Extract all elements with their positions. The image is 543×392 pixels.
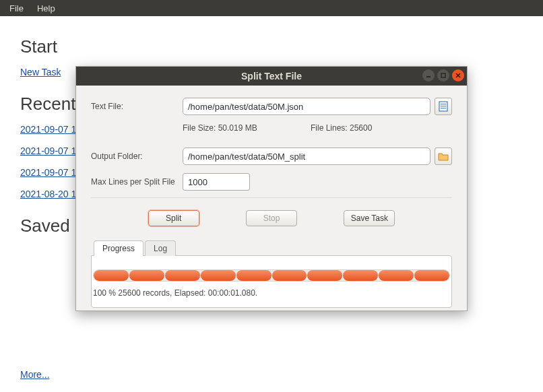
max-lines-label: Max Lines per Split File: [91, 177, 183, 187]
split-button[interactable]: Split: [148, 210, 199, 226]
tabbar: Progress Log: [91, 240, 452, 255]
text-file-label: Text File:: [91, 102, 183, 111]
dialog-body: Text File: File Size: 50.019 MB File Lin…: [76, 86, 467, 311]
text-file-input[interactable]: [183, 98, 430, 115]
close-icon[interactable]: [452, 69, 464, 81]
menu-file[interactable]: File: [3, 1, 30, 15]
file-icon: [439, 101, 448, 112]
output-folder-input[interactable]: [183, 148, 430, 165]
svg-rect-4: [441, 106, 446, 106]
more-link[interactable]: More...: [20, 369, 50, 380]
tab-content: 100 % 25600 records, Elapsed: 00:00:01.0…: [91, 255, 452, 308]
separator: [91, 197, 452, 198]
svg-rect-1: [441, 73, 445, 77]
split-dialog: Split Text File Text File: File Size: 50…: [75, 66, 468, 311]
stop-button: Stop: [246, 210, 297, 226]
file-size-label: File Size: 50.019 MB: [183, 123, 311, 133]
max-lines-input[interactable]: [183, 174, 250, 190]
dialog-title: Split Text File: [241, 71, 302, 81]
output-folder-label: Output Folder:: [91, 152, 183, 161]
dialog-titlebar[interactable]: Split Text File: [76, 67, 467, 86]
max-lines-stepper[interactable]: ▲ ▼: [183, 173, 250, 191]
save-task-button[interactable]: Save Task: [344, 210, 395, 226]
tab-progress[interactable]: Progress: [94, 240, 143, 256]
svg-rect-5: [441, 108, 446, 108]
window-controls: [422, 69, 464, 81]
tab-log[interactable]: Log: [145, 240, 176, 256]
maximize-icon[interactable]: [437, 69, 449, 81]
folder-icon: [438, 152, 449, 161]
progress-text: 100 % 25600 records, Elapsed: 00:00:01.0…: [93, 288, 450, 298]
progress-bar: [93, 269, 450, 282]
svg-rect-3: [441, 104, 446, 104]
file-lines-label: File Lines: 25600: [311, 123, 372, 133]
browse-file-button[interactable]: [435, 98, 452, 115]
browse-folder-button[interactable]: [435, 148, 452, 165]
start-heading: Start: [20, 36, 523, 57]
menubar: File Help: [0, 0, 543, 16]
minimize-icon[interactable]: [422, 69, 435, 81]
svg-rect-0: [426, 76, 430, 77]
menu-help[interactable]: Help: [30, 1, 62, 15]
